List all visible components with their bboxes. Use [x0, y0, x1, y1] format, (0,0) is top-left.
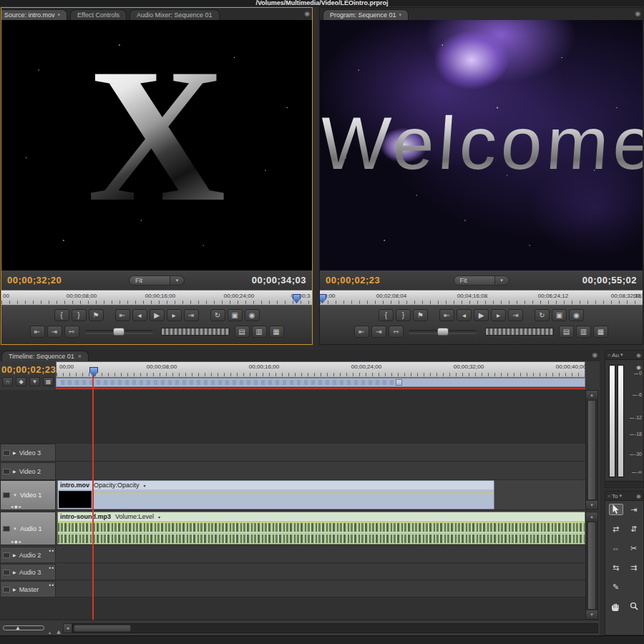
track-content-audio3[interactable] [56, 564, 585, 580]
extract-button[interactable]: ▥ [576, 326, 591, 338]
collapse-triangle-icon[interactable]: ▶ [13, 450, 16, 455]
safe-margins-button[interactable]: ▣ [228, 309, 243, 321]
program-zoom-dropdown-icon[interactable]: ▾ [495, 275, 509, 286]
track-content-video1[interactable]: intro.mov Opacity:Opacity ▾ [56, 480, 585, 510]
collapse-triangle-icon[interactable]: ▶ [13, 552, 16, 557]
track-output-toggle[interactable] [3, 469, 10, 474]
play-button[interactable]: ▶ [150, 309, 165, 321]
hand-tool[interactable] [609, 600, 623, 612]
track-content-audio2[interactable] [56, 547, 585, 563]
track-content-video3[interactable] [56, 444, 585, 462]
play-button[interactable]: ▶ [474, 309, 489, 321]
playhead-line[interactable] [92, 371, 94, 620]
set-out-button[interactable]: } [396, 309, 411, 321]
speaker-icon[interactable]: ● [49, 565, 51, 570]
track-header-audio2[interactable]: ▶ Audio 2 ●● [0, 547, 56, 563]
close-icon[interactable]: × [78, 353, 82, 360]
collapse-triangle-icon[interactable]: ▶ [13, 469, 16, 474]
set-marker-button[interactable]: ⚑ [413, 309, 428, 321]
step-forward-button[interactable]: ▸ [491, 309, 506, 321]
track-header-audio1[interactable]: ▼ Audio 1 ◂ ◆ ▸ [0, 512, 56, 545]
track-header-video1[interactable]: ▼ Video 1 ◂ ◆ ▸ [0, 480, 56, 510]
safe-margins-button[interactable]: ▣ [552, 309, 567, 321]
snap-toggle[interactable]: ∩ [2, 377, 13, 386]
keyframe-prev-icon[interactable]: ◂ [11, 539, 13, 544]
program-video-preview[interactable]: Welcome [320, 20, 643, 270]
audio-meters-tab[interactable]: ≡ Au ▾ ◉ [605, 351, 643, 360]
tab-effect-controls[interactable]: Effect Controls [70, 9, 127, 20]
clip-effect[interactable]: Opacity:Opacity [94, 482, 140, 489]
clip-effect[interactable]: Volume:Level [115, 513, 154, 520]
speaker-icon[interactable]: ● [52, 565, 54, 570]
tools-tab[interactable]: ≡ To ▾ ◉ [605, 492, 643, 501]
speaker-icon[interactable]: ● [52, 582, 54, 587]
keyframe-prev-icon[interactable]: ◂ [11, 504, 13, 509]
step-back-button[interactable]: ◂ [457, 309, 472, 321]
speaker-icon[interactable]: ● [52, 548, 54, 552]
go-to-out-button[interactable]: ⇥ [508, 309, 523, 321]
source-video-preview[interactable]: X [1, 20, 312, 270]
meter-clip-indicator[interactable]: ◉ [636, 364, 641, 371]
chevron-down-icon[interactable]: ▾ [144, 483, 146, 488]
zoom-out-icon[interactable]: ▴ [49, 630, 52, 635]
track-header-audio3[interactable]: ▶ Audio 3 ●● [0, 564, 56, 580]
play-in-to-out-button[interactable]: ⇿ [64, 326, 79, 338]
timeline-display-options-button[interactable]: ▦ [43, 377, 54, 386]
chevron-down-icon[interactable]: ▾ [399, 12, 402, 18]
scrollbar-thumb[interactable] [74, 625, 131, 632]
speaker-icon[interactable]: ● [49, 548, 51, 552]
shuttle-handle[interactable] [113, 328, 125, 336]
go-to-in-button[interactable]: ⇤ [115, 309, 130, 321]
expand-triangle-icon[interactable]: ▼ [13, 527, 17, 531]
pen-tool[interactable]: ✎ [609, 581, 623, 592]
jog-wheel[interactable] [485, 328, 554, 336]
track-output-toggle[interactable] [3, 587, 10, 592]
track-content-audio1[interactable]: intro-sound.mp3 Volume:Level ▾ [56, 512, 585, 545]
overwrite-button[interactable]: ▥ [252, 326, 267, 338]
shuttle-slider[interactable] [84, 330, 153, 334]
scroll-up-icon[interactable]: ▴ [586, 512, 597, 521]
audio-clip-intro-sound[interactable]: intro-sound.mp3 Volume:Level ▾ [57, 512, 585, 545]
track-header-master[interactable]: ▶ Master ●● [0, 581, 56, 597]
jump-to-in-button[interactable]: ⇤ [30, 326, 45, 338]
audio-tracks-scrollbar[interactable]: ▴ ▾ [585, 512, 598, 620]
go-to-in-button[interactable]: ⇤ [439, 309, 454, 321]
shuttle-handle[interactable] [437, 328, 449, 336]
rate-stretch-tool[interactable]: ⇔ [609, 542, 623, 554]
slip-tool[interactable]: ⇆ [609, 562, 623, 573]
shuttle-slider[interactable] [409, 330, 477, 334]
panel-menu-icon[interactable]: ◉ [592, 351, 597, 358]
zoom-in-icon[interactable]: ▲ [55, 628, 62, 635]
zoom-tool[interactable] [627, 600, 641, 612]
track-output-toggle[interactable] [3, 526, 10, 532]
scrollbar-thumb[interactable] [587, 522, 596, 610]
jump-to-out-button[interactable]: ⇥ [371, 326, 386, 338]
zoom-slider-handle[interactable]: ▲ [15, 625, 21, 631]
loop-button[interactable]: ↻ [535, 309, 550, 321]
set-out-button[interactable]: } [72, 309, 87, 321]
export-frame-button[interactable]: ▦ [593, 326, 608, 338]
panel-menu-icon[interactable]: ◉ [636, 352, 641, 358]
track-output-toggle[interactable] [3, 450, 10, 456]
scroll-left-button[interactable]: ◂ [63, 623, 72, 633]
selection-tool[interactable] [609, 504, 623, 515]
set-marker-button[interactable]: ⚑ [89, 309, 104, 321]
set-in-button[interactable]: { [54, 309, 69, 321]
chevron-down-icon[interactable]: ▾ [58, 12, 61, 18]
chevron-down-icon[interactable]: ▾ [158, 514, 160, 519]
step-forward-button[interactable]: ▸ [167, 309, 182, 321]
toggle-take-av-button[interactable]: ▦ [269, 326, 284, 338]
opacity-rubber-band[interactable] [58, 492, 494, 492]
jump-to-in-button[interactable]: ⇤ [354, 326, 369, 338]
track-select-tool[interactable]: ⇥ [627, 504, 641, 515]
lift-button[interactable]: ▤ [559, 326, 574, 338]
output-button[interactable]: ◉ [569, 309, 584, 321]
insert-button[interactable]: ▤ [235, 326, 250, 338]
tab-timeline[interactable]: Timeline: Sequence 01 × [1, 351, 89, 361]
set-encore-chapter-marker-button[interactable]: ◆ [16, 377, 26, 386]
horizontal-scrollbar[interactable] [72, 623, 598, 633]
video-tracks-scrollbar[interactable]: ▴ ▾ [585, 390, 598, 510]
panel-menu-icon[interactable]: ◉ [635, 10, 640, 17]
source-zoom-dropdown-icon[interactable]: ▾ [170, 275, 185, 286]
jump-to-out-button[interactable]: ⇥ [47, 326, 62, 338]
